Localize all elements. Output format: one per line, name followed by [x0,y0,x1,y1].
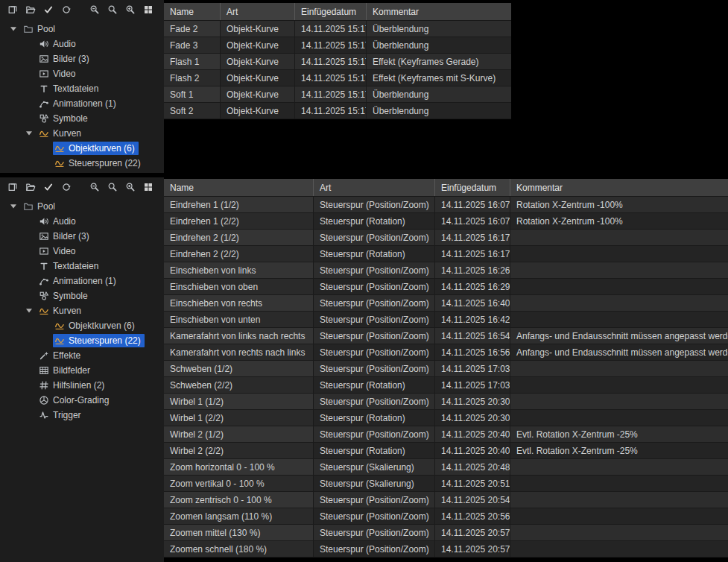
expander-icon[interactable] [25,306,37,315]
zoom-in-button[interactable] [123,180,137,195]
table-row-zoom-horizontal-0-100[interactable]: Zoom horizontal 0 - 100 %Steuerspur (Ska… [164,459,728,476]
table-row-zoom-vertikal-0-100[interactable]: Zoom vertikal 0 - 100 %Steuerspur (Skali… [164,476,728,492]
cell: Steuerspur (Position/Zoom) [314,541,435,558]
column-header-einf-gedatum[interactable]: Einfügedatum [295,3,367,20]
table-row-fade-2[interactable]: Fade 2Objekt-Kurve14.11.2025 15:17Überbl… [164,21,511,37]
table-row-kamerafahrt-von-links-nach-rechts[interactable]: Kamerafahrt von links nach rechtsSteuers… [164,328,728,344]
cell: Einschieben von oben [164,279,314,295]
tree-item-animationen-1[interactable]: Animationen (1) [0,96,164,111]
cell: 14.11.2025 20:56 [435,508,510,525]
table-row-eindrehen-2-2-2[interactable]: Eindrehen 2 (2/2)Steuerspur (Rotation)14… [164,246,728,262]
tree-item-objektkurven-6[interactable]: Objektkurven (6) [0,141,164,156]
refresh-icon [61,182,72,192]
tree-item-audio[interactable]: Audio [0,37,164,51]
zoom-in-button[interactable] [123,3,137,17]
table-row-soft-2[interactable]: Soft 2Objekt-Kurve14.11.2025 15:17Überbl… [164,103,511,119]
tree-item-animationen-1[interactable]: Animationen (1) [0,274,164,288]
table-row-schweben-1-2[interactable]: Schweben (1/2)Steuerspur (Position/Zoom)… [164,361,728,377]
new-page-icon [7,4,18,15]
zoom-out-icon [89,4,100,15]
table-row-zoomen-mittel-130[interactable]: Zoomen mittel (130 %)Steuerspur (Positio… [164,525,728,541]
tree-item-effekte[interactable]: Effekte [0,348,164,363]
table-row-eindrehen-2-1-2[interactable]: Eindrehen 2 (1/2)Steuerspur (Position/Zo… [164,230,728,246]
table-row-wirbel-1-1-2[interactable]: Wirbel 1 (1/2)Steuerspur (Position/Zoom)… [164,394,728,410]
tree-item-pool[interactable]: Pool [0,22,164,37]
tree-item-hilfslinien-2[interactable]: Hilfslinien (2) [0,378,164,393]
tree-item-bilder-3[interactable]: Bilder (3) [0,229,164,244]
table-row-flash-1[interactable]: Flash 1Objekt-Kurve14.11.2025 15:17Effek… [164,54,511,70]
zoom-out-button[interactable] [87,180,101,195]
zoom-out-button[interactable] [87,3,101,17]
table-row-wirbel-1-2-2[interactable]: Wirbel 1 (2/2)Steuerspur (Rotation)14.11… [164,410,728,426]
column-header-name[interactable]: Name [164,3,221,20]
tree-item-video[interactable]: Video [0,244,164,259]
tree-item-pool[interactable]: Pool [0,199,164,214]
table-row-flash-2[interactable]: Flash 2Objekt-Kurve14.11.2025 15:17Effek… [164,70,511,86]
tree-item-video[interactable]: Video [0,66,164,81]
tree-item-bildfelder[interactable]: Bildfelder [0,363,164,378]
table-row-zoomen-langsam-110[interactable]: Zoomen langsam (110 %)Steuerspur (Positi… [164,508,728,525]
table-row-fade-3[interactable]: Fade 3Objekt-Kurve14.11.2025 15:17Überbl… [164,37,511,54]
cell [510,246,728,262]
cell: 14.11.2025 16:26 [435,262,510,279]
open-folder-button[interactable] [23,180,37,195]
column-header-name[interactable]: Name [164,179,314,196]
table-row-eindrehen-1-1-2[interactable]: Eindrehen 1 (1/2)Steuerspur (Position/Zo… [164,197,728,213]
refresh-button[interactable] [59,3,73,17]
table-row-schweben-2-2[interactable]: Schweben (2/2)Steuerspur (Rotation)14.11… [164,377,728,394]
new-page-button[interactable] [5,180,19,195]
cell: Wirbel 2 (1/2) [164,426,314,443]
grid-view-button[interactable] [141,3,155,17]
column-header-einf-gedatum[interactable]: Einfügedatum [435,179,510,196]
table-row-einschieben-von-links[interactable]: Einschieben von linksSteuerspur (Positio… [164,262,728,279]
cell: Einschieben von links [164,262,314,279]
table-row-kamerafahrt-von-rechts-nach-links[interactable]: Kamerafahrt von rechts nach linksSteuers… [164,344,728,361]
table-row-wirbel-2-2-2[interactable]: Wirbel 2 (2/2)Steuerspur (Rotation)14.11… [164,443,728,459]
column-header-art[interactable]: Art [221,3,295,20]
table-row-zoom-zentrisch-0-100[interactable]: Zoom zentrisch 0 - 100 %Steuerspur (Posi… [164,492,728,508]
expander-icon[interactable] [25,129,37,138]
zoom-reset-button[interactable] [105,180,119,195]
cell: 14.11.2025 16:56 [435,344,510,361]
grid-view-button[interactable] [141,180,155,195]
expander-icon[interactable] [9,202,22,211]
tree-item-audio[interactable]: Audio [0,214,164,229]
table-row-zoomen-schnell-180[interactable]: Zoomen schnell (180 %)Steuerspur (Positi… [164,541,728,558]
cell: Steuerspur (Position/Zoom) [314,295,435,312]
expander-icon[interactable] [9,25,22,34]
tree-item-bilder-3[interactable]: Bilder (3) [0,51,164,66]
refresh-button[interactable] [59,180,73,195]
tree-item-textdateien[interactable]: Textdateien [0,259,164,274]
table-body: Fade 2Objekt-Kurve14.11.2025 15:17Überbl… [164,21,511,119]
new-page-button[interactable] [5,3,19,17]
column-header-kommentar[interactable]: Kommentar [510,179,728,196]
zoom-reset-button[interactable] [105,3,119,17]
table-row-einschieben-von-unten[interactable]: Einschieben von untenSteuerspur (Positio… [164,312,728,328]
tree-item-kurven[interactable]: Kurven [0,126,164,141]
table-row-soft-1[interactable]: Soft 1Objekt-Kurve14.11.2025 15:17Überbl… [164,86,511,103]
tree-item-color-grading[interactable]: Color-Grading [0,393,164,408]
table-row-eindrehen-1-2-2[interactable]: Eindrehen 1 (2/2)Steuerspur (Rotation)14… [164,213,728,230]
table-row-einschieben-von-rechts[interactable]: Einschieben von rechtsSteuerspur (Positi… [164,295,728,312]
check-button[interactable] [41,3,55,17]
tree-item-steuerspuren-22[interactable]: Steuerspuren (22) [0,333,164,348]
tree-item-symbole[interactable]: Symbole [0,288,164,303]
color-icon [38,395,49,405]
tree-item-objektkurven-6[interactable]: Objektkurven (6) [0,318,164,333]
table-row-wirbel-2-1-2[interactable]: Wirbel 2 (1/2)Steuerspur (Position/Zoom)… [164,426,728,443]
column-header-kommentar[interactable]: Kommentar [367,3,511,20]
table-row-einschieben-von-oben[interactable]: Einschieben von obenSteuerspur (Position… [164,279,728,295]
tree-item-label: Video [53,69,75,79]
tree-item-kurven[interactable]: Kurven [0,303,164,318]
cell: Einschieben von rechts [164,295,314,312]
tree-item-steuerspuren-22[interactable]: Steuerspuren (22) [0,156,164,171]
cell: 14.11.2025 16:17 [435,246,510,262]
open-folder-button[interactable] [23,3,37,17]
tree-item-symbole[interactable]: Symbole [0,111,164,126]
check-button[interactable] [41,180,55,195]
tree-item-trigger[interactable]: Trigger [0,408,164,423]
cell: Zoom zentrisch 0 - 100 % [164,492,314,508]
tree-item-textdateien[interactable]: Textdateien [0,81,164,96]
column-header-art[interactable]: Art [314,179,435,196]
cell: Steuerspur (Position/Zoom) [314,328,435,344]
